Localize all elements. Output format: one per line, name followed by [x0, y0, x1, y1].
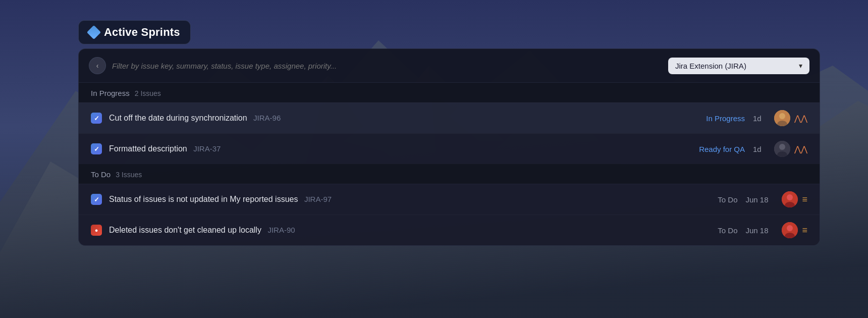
project-dropdown[interactable]: Jira Extension (JIRA) ▾	[668, 58, 809, 74]
avatar-img	[774, 141, 790, 157]
avatar	[782, 222, 798, 238]
back-button[interactable]: ‹	[89, 57, 106, 74]
table-row[interactable]: ✓ Cut off the date during synchronizatio…	[79, 102, 820, 133]
to-do-count: 3 Issues	[116, 171, 142, 179]
avatar	[782, 191, 798, 207]
section-in-progress: In Progress 2 Issues	[79, 83, 820, 102]
issue-key: JIRA-37	[193, 144, 221, 153]
date-text: Jun 18	[745, 195, 776, 204]
issue-type-bug: ●	[91, 225, 102, 236]
section-title-to-do: To Do	[91, 170, 111, 179]
section-to-do: To Do 3 Issues	[79, 164, 820, 184]
issue-meta: To Do Jun 18 ≡	[697, 191, 807, 207]
priority-icon: ≡	[802, 225, 807, 236]
table-row[interactable]: ✓ Formatted description JIRA-37 Ready fo…	[79, 133, 820, 164]
issue-meta: In Progress 1d ⋀⋀	[684, 110, 807, 126]
title-bar: Active Sprints	[78, 20, 191, 44]
priority-icon: ≡	[802, 194, 807, 205]
issue-key: JIRA-90	[267, 226, 295, 234]
issue-title: Deleted issues don't get cleaned up loca…	[109, 226, 690, 235]
time-estimate: 1d	[753, 145, 768, 153]
filter-bar: ‹ Jira Extension (JIRA) ▾	[79, 49, 820, 83]
diamond-icon	[87, 25, 101, 39]
status-badge: To Do	[697, 226, 737, 235]
svg-point-9	[779, 144, 785, 150]
table-row[interactable]: ● Deleted issues don't get cleaned up lo…	[79, 215, 820, 245]
status-badge: To Do	[697, 195, 737, 204]
issue-meta: Ready for QA 1d ⋀⋀	[684, 141, 807, 157]
svg-point-12	[787, 194, 793, 200]
status-badge: Ready for QA	[684, 145, 745, 153]
svg-point-6	[779, 113, 785, 119]
issue-meta: To Do Jun 18 ≡	[697, 222, 807, 238]
priority-icon: ⋀⋀	[794, 144, 807, 154]
avatar-img	[782, 191, 798, 207]
issue-title: Status of issues is not updated in My re…	[109, 195, 690, 204]
issue-title: Cut off the date during synchronization …	[109, 114, 677, 123]
issue-type-story: ✓	[91, 113, 102, 124]
chevron-down-icon: ▾	[799, 62, 802, 70]
svg-point-15	[787, 225, 793, 231]
page-title: Active Sprints	[104, 26, 180, 39]
priority-icon: ⋀⋀	[794, 114, 807, 123]
issue-type-story: ✓	[91, 194, 102, 205]
avatar	[774, 141, 790, 157]
in-progress-count: 2 Issues	[135, 89, 161, 97]
table-row[interactable]: ✓ Status of issues is not updated in My …	[79, 184, 820, 215]
issue-key: JIRA-97	[304, 195, 332, 203]
avatar-img	[782, 222, 798, 238]
status-badge: In Progress	[684, 114, 745, 123]
issue-key: JIRA-96	[253, 114, 281, 122]
avatar	[774, 110, 790, 126]
main-panel: ‹ Jira Extension (JIRA) ▾ In Progress 2 …	[78, 48, 820, 246]
back-icon: ‹	[96, 62, 99, 70]
issue-type-story: ✓	[91, 143, 102, 154]
time-estimate: 1d	[753, 114, 768, 123]
project-selector-label: Jira Extension (JIRA)	[675, 62, 795, 70]
app-container: Active Sprints ‹ Jira Extension (JIRA) ▾…	[78, 20, 820, 246]
issue-title: Formatted description JIRA-37	[109, 144, 677, 153]
section-title-in-progress: In Progress	[91, 89, 130, 97]
date-text: Jun 18	[745, 226, 776, 235]
scroll-area[interactable]: In Progress 2 Issues ✓ Cut off the date …	[79, 83, 820, 245]
filter-input[interactable]	[112, 62, 662, 70]
avatar-img	[774, 110, 790, 126]
